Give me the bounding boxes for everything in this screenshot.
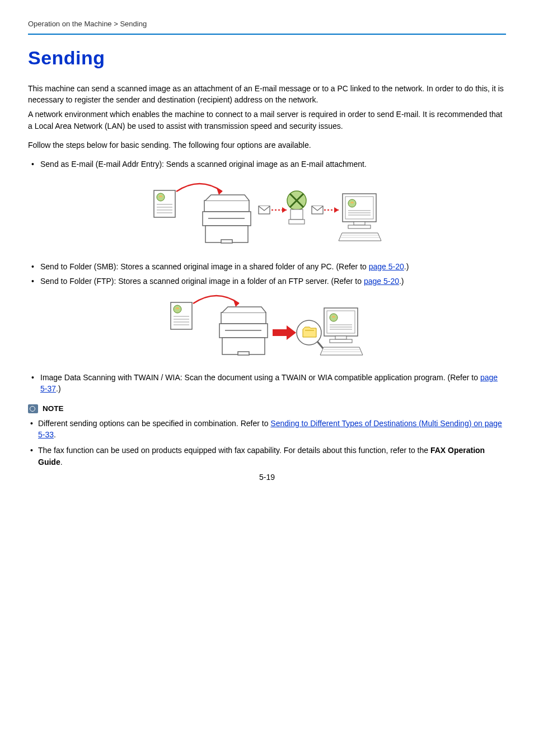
figure-email-send xyxy=(28,178,506,251)
note-item-1-text-a: Different sending options can be specifi… xyxy=(38,419,270,428)
note-box: NOTE Different sending options can be sp… xyxy=(28,404,506,468)
svg-marker-20 xyxy=(334,207,339,213)
option-smb: Send to Folder (SMB): Stores a scanned o… xyxy=(28,261,506,272)
note-header: NOTE xyxy=(28,404,506,414)
svg-marker-43 xyxy=(273,325,296,340)
svg-rect-17 xyxy=(289,220,305,224)
diagram-folder-icon xyxy=(166,295,368,362)
svg-rect-28 xyxy=(348,225,371,228)
option-smb-text-a: Send to Folder (SMB): Stores a scanned o… xyxy=(40,262,369,271)
options-list: Send as E-mail (E-mail Addr Entry): Send… xyxy=(28,158,506,170)
option-smb-text-b: .) xyxy=(404,262,409,271)
svg-rect-52 xyxy=(335,336,346,339)
intro-paragraph-2: A network environment which enables the … xyxy=(28,109,506,132)
svg-rect-31 xyxy=(171,302,192,329)
option-ftp-text-b: .) xyxy=(399,277,404,286)
note-item-2-text-b: . xyxy=(60,458,63,466)
intro-paragraph-1: This machine can send a scanned image as… xyxy=(28,83,506,106)
breadcrumb: Operation on the Machine > Sending xyxy=(28,19,506,29)
figure-folder-send xyxy=(28,295,506,362)
note-item-2: The fax function can be used on products… xyxy=(28,445,506,468)
page-number: 5-19 xyxy=(0,472,534,483)
section-divider xyxy=(28,34,506,35)
diagram-email-icon xyxy=(149,178,385,251)
svg-rect-0 xyxy=(154,190,175,217)
link-page-5-20-smb[interactable]: page 5-20 xyxy=(369,262,404,271)
svg-rect-10 xyxy=(221,240,232,243)
intro-paragraph-3: Follow the steps below for basic sending… xyxy=(28,139,506,151)
note-item-2-text-a: The fax function can be used on products… xyxy=(38,446,430,455)
option-email: Send as E-mail (E-mail Addr Entry): Send… xyxy=(28,158,506,170)
svg-marker-14 xyxy=(282,207,287,213)
svg-rect-27 xyxy=(354,222,365,225)
svg-rect-41 xyxy=(238,352,249,355)
svg-rect-38 xyxy=(221,312,266,324)
note-item-1: Different sending options can be specifi… xyxy=(28,418,506,441)
note-list: Different sending options can be specifi… xyxy=(28,418,506,468)
option-twain-text-b: .) xyxy=(56,384,61,393)
options-list-2: Send to Folder (SMB): Stores a scanned o… xyxy=(28,261,506,287)
svg-rect-16 xyxy=(291,209,303,220)
option-twain: Image Data Scanning with TWAIN / WIA: Sc… xyxy=(28,372,506,395)
note-label: NOTE xyxy=(43,404,64,414)
option-ftp-text-a: Send to Folder (FTP): Stores a scanned o… xyxy=(40,277,364,286)
svg-rect-7 xyxy=(204,200,249,212)
svg-rect-53 xyxy=(330,339,352,343)
option-ftp: Send to Folder (FTP): Stores a scanned o… xyxy=(28,276,506,287)
link-page-5-20-ftp[interactable]: page 5-20 xyxy=(364,277,399,286)
note-item-1-text-b: . xyxy=(54,430,56,439)
options-list-3: Image Data Scanning with TWAIN / WIA: Sc… xyxy=(28,372,506,395)
page-title: Sending xyxy=(28,45,506,72)
option-email-text: Send as E-mail (E-mail Addr Entry): Send… xyxy=(40,160,367,169)
note-icon xyxy=(28,404,38,413)
option-twain-text-a: Image Data Scanning with TWAIN / WIA: Sc… xyxy=(40,373,480,382)
